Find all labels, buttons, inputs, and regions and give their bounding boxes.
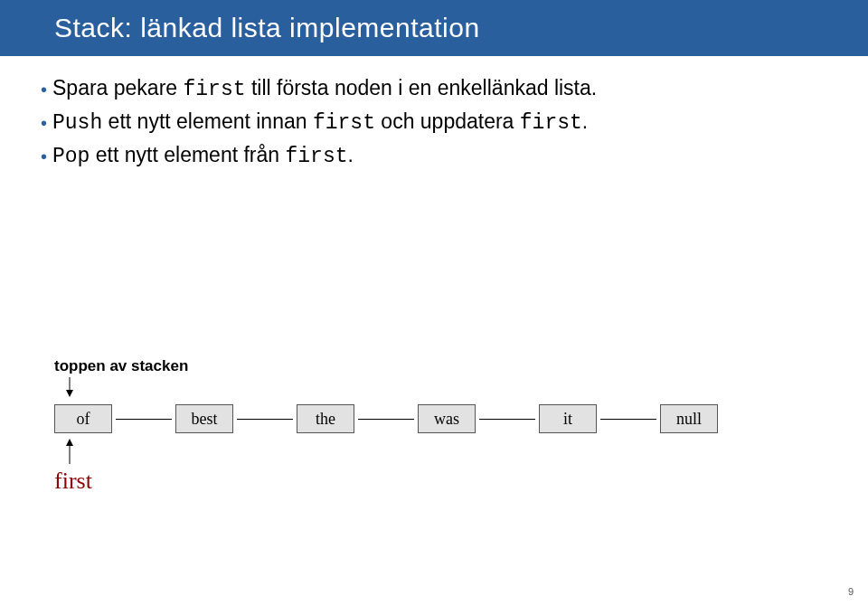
link-line-icon	[358, 419, 414, 420]
arrow-up-icon	[63, 439, 76, 464]
text-fragment: .	[582, 109, 588, 133]
bullet-item: • Pop ett nytt element från first.	[41, 141, 814, 171]
code-fragment: first	[184, 78, 246, 101]
bullet-item: • Push ett nytt element innan first och …	[41, 108, 814, 137]
bullet-text: Pop ett nytt element från first.	[52, 141, 354, 171]
code-fragment: first	[313, 111, 375, 135]
content-area: • Spara pekare first till första noden i…	[0, 56, 868, 171]
code-fragment: Pop	[52, 145, 90, 168]
link-line-icon	[237, 419, 293, 420]
code-fragment: first	[520, 111, 582, 135]
list-node: was	[418, 404, 476, 433]
link-line-icon	[479, 419, 535, 420]
first-pointer-label: first	[54, 468, 814, 495]
svg-marker-1	[66, 390, 73, 397]
page-number: 9	[848, 586, 854, 597]
link-line-icon	[600, 419, 656, 420]
bullet-dot-icon: •	[41, 145, 47, 169]
text-fragment: ett nytt element från	[90, 143, 285, 166]
code-fragment: first	[286, 145, 348, 168]
diagram-caption: toppen av stacken	[54, 357, 814, 375]
list-node: it	[539, 404, 597, 433]
list-node-null: null	[660, 404, 718, 433]
title-bar: Stack: länkad lista implementation	[0, 0, 868, 56]
link-line-icon	[116, 419, 172, 420]
code-fragment: Push	[52, 111, 102, 135]
linked-list-row: of best the was it null	[54, 404, 814, 433]
list-node: the	[297, 404, 354, 433]
bullet-text: Spara pekare first till första noden i e…	[52, 74, 597, 104]
page-title: Stack: länkad lista implementation	[54, 13, 480, 43]
linked-list-diagram: toppen av stacken of best the was it nul…	[54, 357, 814, 495]
text-fragment: och uppdatera	[375, 109, 520, 133]
text-fragment: .	[348, 143, 354, 166]
bullet-item: • Spara pekare first till första noden i…	[41, 74, 814, 104]
bullet-dot-icon: •	[41, 111, 47, 136]
text-fragment: till första noden i en enkellänkad lista…	[246, 76, 598, 99]
bullet-dot-icon: •	[41, 78, 47, 102]
arrow-down-icon	[63, 377, 76, 397]
list-node: best	[175, 404, 233, 433]
bullet-text: Push ett nytt element innan first och up…	[52, 108, 588, 137]
list-node: of	[54, 404, 112, 433]
text-fragment: Spara pekare	[52, 76, 183, 99]
text-fragment: ett nytt element innan	[102, 109, 313, 133]
